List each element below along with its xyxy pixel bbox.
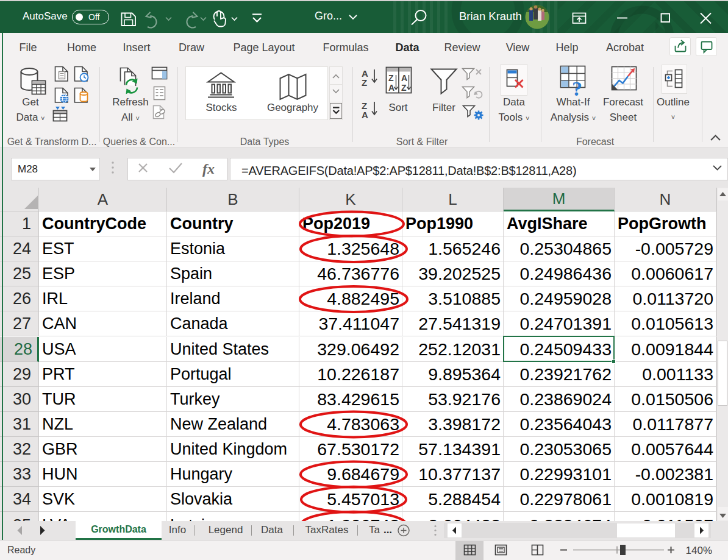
svg-text:?: ? [572,77,582,100]
svg-text:A: A [362,110,368,120]
svg-text:Z: Z [388,73,394,83]
svg-text:Z: Z [401,83,407,93]
svg-text:A: A [401,73,407,83]
svg-text:A: A [388,83,394,93]
svg-text:Z: Z [362,77,367,88]
svg-text:fx: fx [202,161,215,177]
